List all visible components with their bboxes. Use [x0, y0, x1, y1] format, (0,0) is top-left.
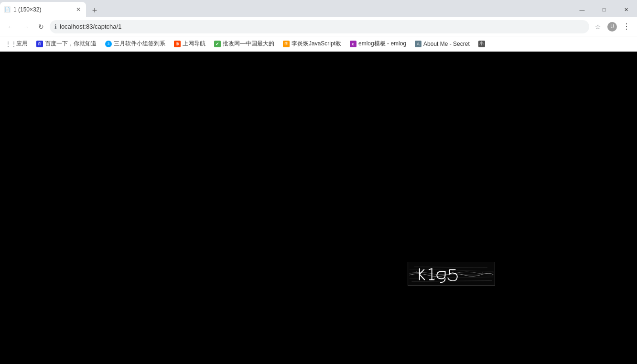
360-icon: 3	[105, 41, 112, 47]
maximize-button[interactable]: □	[593, 2, 615, 17]
bookmark-aboutme-label: About Me - Secret	[423, 41, 470, 47]
profile-button[interactable]: U	[605, 20, 619, 33]
bookmark-apps[interactable]: ⋮⋮ 应用	[4, 38, 32, 50]
bookmark-360-label: 三月软件小组签到系	[114, 40, 165, 48]
small-icon: 小	[478, 41, 485, 47]
svg-point-5	[434, 278, 435, 279]
menu-button[interactable]: ⋮	[620, 20, 633, 33]
window-controls: — □ ✕	[571, 2, 637, 17]
tab-favicon: 📄	[4, 6, 11, 13]
browser-frame: 📄 1 (150×32) ✕ + — □ ✕ ← → ↻ ℹ localhost…	[0, 0, 637, 364]
svg-point-4	[416, 271, 417, 272]
aboutme-icon: A	[415, 41, 421, 47]
shangwang-icon: ⊕	[174, 41, 181, 47]
new-tab-button[interactable]: +	[88, 4, 101, 17]
bookmark-pige[interactable]: ✔ 批改网—中国最大的	[210, 38, 278, 50]
address-bar[interactable]: ℹ localhost:83/captcha/1	[50, 20, 589, 33]
minimize-button[interactable]: —	[571, 2, 593, 17]
navigation-bar: ← → ↻ ℹ localhost:83/captcha/1 ☆ U ⋮	[0, 17, 637, 36]
bookmark-baidu-label: 百度一下，你就知道	[45, 40, 97, 48]
bookmark-liyan-label: 李炎恢JavaScript教	[292, 40, 341, 48]
bookmark-small[interactable]: 小	[475, 38, 489, 50]
bookmark-liyan[interactable]: 李 李炎恢JavaScript教	[279, 38, 345, 50]
svg-point-8	[482, 272, 483, 273]
bookmark-pige-label: 批改网—中国最大的	[223, 40, 274, 48]
svg-point-6	[453, 270, 453, 271]
emlog-icon: e	[350, 41, 356, 47]
bookmark-shangwang[interactable]: ⊕ 上网导航	[170, 38, 209, 50]
baidu-icon: 百	[36, 41, 43, 47]
forward-button[interactable]: →	[19, 20, 32, 33]
captcha-image	[408, 262, 495, 286]
refresh-button[interactable]: ↻	[34, 20, 48, 33]
tab-spacer	[101, 0, 571, 17]
active-tab[interactable]: 📄 1 (150×32) ✕	[0, 2, 86, 17]
apps-icon: ⋮⋮	[8, 41, 14, 47]
security-icon: ℹ	[54, 23, 57, 30]
bookmark-apps-label: 应用	[16, 40, 28, 48]
address-text: localhost:83/captcha/1	[60, 23, 584, 30]
captcha-container	[408, 262, 495, 286]
nav-right-controls: ☆ U ⋮	[591, 20, 633, 33]
page-content	[0, 52, 637, 364]
bookmark-aboutme[interactable]: A About Me - Secret	[411, 38, 474, 50]
bookmark-emlog-label: emlog模板 - emlog	[358, 40, 406, 48]
liyan-icon: 李	[283, 41, 290, 47]
bookmarks-bar: ⋮⋮ 应用 百 百度一下，你就知道 3 三月软件小组签到系 ⊕ 上网导航 ✔ 批…	[0, 36, 637, 52]
tab-title: 1 (150×32)	[13, 6, 72, 13]
pige-icon: ✔	[214, 41, 221, 47]
bookmark-baidu[interactable]: 百 百度一下，你就知道	[32, 38, 100, 50]
tab-bar: 📄 1 (150×32) ✕ + — □ ✕	[0, 0, 637, 17]
back-button[interactable]: ←	[4, 20, 17, 33]
bookmark-360[interactable]: 3 三月软件小组签到系	[101, 38, 169, 50]
bookmark-icon[interactable]: ☆	[591, 20, 605, 33]
close-button[interactable]: ✕	[615, 2, 637, 17]
captcha-svg	[408, 262, 495, 285]
tab-close-button[interactable]: ✕	[75, 6, 82, 13]
bookmark-emlog[interactable]: e emlog模板 - emlog	[346, 38, 410, 50]
bookmark-shangwang-label: 上网导航	[183, 40, 205, 48]
svg-point-7	[469, 276, 470, 277]
